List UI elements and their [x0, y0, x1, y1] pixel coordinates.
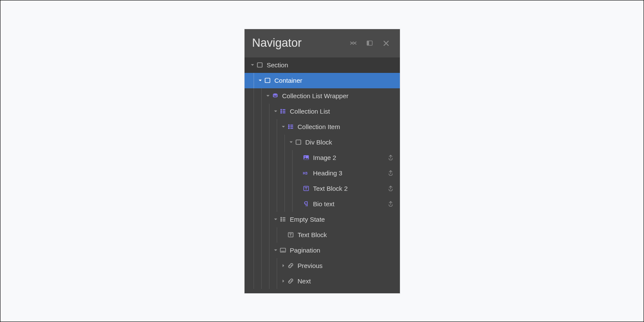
link-icon [287, 278, 294, 285]
list-icon [280, 216, 287, 223]
svg-rect-26 [283, 219, 286, 220]
svg-point-27 [281, 220, 282, 222]
svg-point-12 [288, 124, 290, 126]
expand-arrow-icon[interactable] [281, 263, 287, 269]
tree-row-pagination[interactable]: Pagination [245, 243, 400, 258]
collapse-icon[interactable] [348, 37, 360, 49]
tree-row-section[interactable]: Section [245, 57, 400, 73]
binding-indicator-icon[interactable] [387, 154, 395, 162]
tree-row-next[interactable]: Next [245, 274, 400, 289]
stack-icon [272, 93, 279, 99]
list-icon [287, 123, 294, 130]
expand-arrow-icon[interactable] [281, 278, 287, 284]
navigator-tree: SectionContainerCollection List WrapperC… [245, 57, 400, 293]
box-icon [257, 62, 263, 69]
dock-icon[interactable] [364, 37, 376, 49]
tree-row-textblock2[interactable]: Text Block 2 [245, 181, 400, 196]
svg-point-25 [281, 219, 282, 220]
tree-row-label: Bio text [313, 200, 387, 208]
svg-rect-15 [290, 126, 293, 127]
svg-rect-24 [283, 217, 286, 218]
tree-row-label: Text Block [298, 231, 395, 238]
svg-rect-1 [367, 41, 369, 45]
svg-point-6 [281, 109, 282, 110]
expand-arrow-icon[interactable] [273, 217, 279, 223]
tree-row-label: Pagination [290, 247, 395, 254]
svg-point-14 [288, 126, 290, 127]
expand-arrow-icon[interactable] [273, 108, 279, 114]
tree-row-container[interactable]: Container [245, 73, 400, 88]
close-icon[interactable] [380, 37, 392, 49]
tree-row-cl-item[interactable]: Collection Item [245, 119, 400, 135]
image-icon [303, 154, 310, 161]
expand-arrow-icon[interactable] [250, 62, 256, 68]
text-icon [303, 185, 310, 192]
svg-point-4 [273, 93, 277, 95]
svg-rect-28 [283, 220, 286, 221]
expand-arrow-icon[interactable] [281, 124, 287, 130]
tree-row-label: Div Block [305, 138, 395, 146]
svg-rect-2 [257, 63, 262, 67]
expand-arrow-icon[interactable] [288, 139, 294, 145]
svg-rect-33 [284, 251, 284, 252]
box-icon [295, 139, 302, 146]
binding-indicator-icon[interactable] [387, 200, 395, 208]
tree-row-label: Next [298, 277, 395, 285]
text-icon [287, 232, 294, 238]
svg-point-23 [281, 217, 282, 218]
svg-rect-18 [296, 140, 301, 144]
tree-row-label: Text Block 2 [313, 185, 387, 192]
svg-rect-31 [281, 251, 282, 252]
list-icon [280, 108, 287, 115]
tree-row-label: Collection List Wrapper [282, 92, 395, 99]
svg-point-10 [281, 112, 282, 114]
binding-indicator-icon[interactable] [387, 185, 395, 193]
tree-row-label: Container [275, 77, 395, 84]
expand-arrow-icon[interactable] [257, 78, 263, 84]
navigator-titlebar: Navigator [245, 29, 400, 57]
tree-row-cl-list[interactable]: Collection List [245, 104, 400, 119]
tree-row-label: Image 2 [313, 154, 387, 161]
svg-point-8 [281, 111, 282, 112]
tree-row-previous[interactable]: Previous [245, 258, 400, 274]
tree-row-label: Empty State [290, 216, 395, 223]
link-icon [287, 262, 294, 269]
tree-row-label: Section [267, 61, 395, 69]
tree-row-label: Collection Item [298, 123, 395, 130]
tree-row-label: Collection List [290, 108, 395, 115]
pagination-icon [280, 247, 287, 254]
svg-rect-3 [265, 78, 270, 82]
tree-row-div-block[interactable]: Div Block [245, 135, 400, 150]
svg-point-20 [305, 156, 305, 157]
svg-point-5 [273, 96, 277, 97]
tree-row-label: Heading 3 [313, 169, 387, 177]
expand-arrow-icon[interactable] [265, 93, 271, 99]
h3-icon: H3 [303, 170, 310, 177]
tree-row-cl-wrapper[interactable]: Collection List Wrapper [245, 88, 400, 104]
tree-row-textblock[interactable]: Text Block [245, 227, 400, 243]
navigator-title: Navigator [252, 36, 343, 50]
svg-rect-13 [290, 125, 293, 126]
expand-arrow-icon[interactable] [273, 247, 279, 253]
svg-rect-17 [290, 128, 293, 129]
tree-row-image2[interactable]: Image 2 [245, 150, 400, 166]
tree-row-bio-text[interactable]: Bio text [245, 196, 400, 212]
paragraph-icon [303, 201, 310, 208]
tree-row-label: Previous [298, 262, 395, 269]
svg-text:H3: H3 [303, 172, 308, 175]
svg-rect-9 [283, 111, 286, 112]
box-icon [264, 77, 271, 84]
binding-indicator-icon[interactable] [387, 169, 395, 177]
svg-rect-32 [283, 251, 284, 252]
navigator-panel: Navigator SectionContainerCollection Lis… [245, 29, 400, 293]
svg-rect-11 [283, 112, 286, 113]
tree-row-empty-state[interactable]: Empty State [245, 212, 400, 227]
tree-row-heading3[interactable]: H3Heading 3 [245, 166, 400, 181]
svg-point-16 [288, 128, 290, 129]
svg-rect-7 [283, 109, 286, 110]
